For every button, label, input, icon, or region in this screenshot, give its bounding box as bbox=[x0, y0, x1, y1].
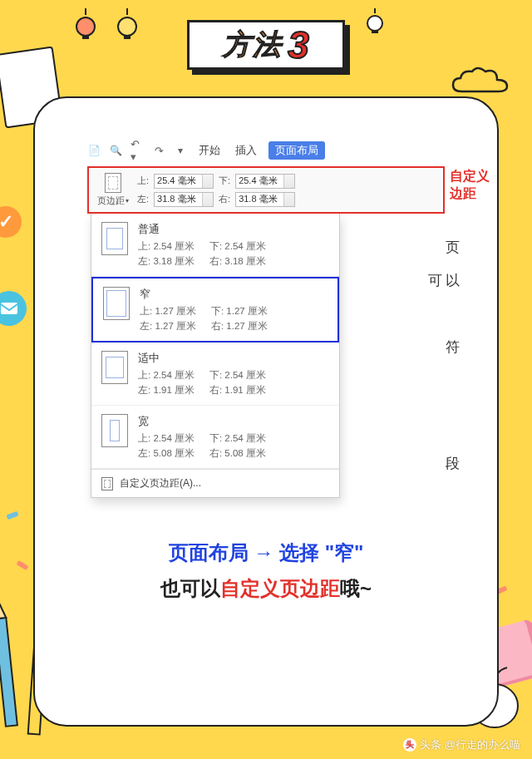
margin-presets-dropdown: 普通 上: 2.54 厘米下: 2.54 厘米 左: 3.18 厘米右: 3.1… bbox=[91, 214, 340, 498]
tab-page-layout[interactable]: 页面布局 bbox=[268, 141, 325, 160]
svg-point-1 bbox=[76, 17, 95, 36]
custom-margins-label: 自定义页边距(A)... bbox=[120, 476, 201, 490]
svg-marker-11 bbox=[0, 601, 6, 619]
page-margins-label: 页边距 bbox=[97, 195, 129, 207]
watermark-text: 头条 @行走的办么喵 bbox=[420, 737, 520, 752]
margin-bottom-label: 下: bbox=[219, 175, 230, 187]
caption-line2a: 也可以 bbox=[160, 577, 220, 599]
lightbulb-icon bbox=[366, 8, 384, 37]
preset-name: 普通 bbox=[138, 222, 266, 237]
tab-start[interactable]: 开始 bbox=[195, 141, 224, 160]
caption-line1b: "窄" bbox=[325, 541, 364, 564]
mail-icon bbox=[0, 291, 27, 326]
margin-right-input[interactable]: 31.8 毫米▴▾ bbox=[235, 192, 295, 207]
margin-top-label: 上: bbox=[137, 175, 149, 187]
margin-right-label: 右: bbox=[219, 193, 230, 205]
background-text: 可 以 bbox=[428, 271, 460, 290]
overflow-icon[interactable]: ▾ bbox=[174, 144, 187, 157]
watermark: 头 头条 @行走的办么喵 bbox=[403, 737, 520, 752]
lightbulb-icon bbox=[75, 8, 96, 42]
svg-rect-5 bbox=[124, 35, 131, 39]
print-preview-icon[interactable]: 🔍 bbox=[109, 144, 122, 157]
undo-icon[interactable]: ↶ ▾ bbox=[131, 144, 144, 157]
svg-point-7 bbox=[367, 16, 382, 31]
page-icon bbox=[101, 414, 128, 447]
svg-rect-2 bbox=[82, 35, 89, 39]
page-icon bbox=[105, 173, 121, 193]
svg-rect-10 bbox=[0, 618, 17, 727]
svg-rect-9 bbox=[1, 303, 17, 314]
annotation-custom-margins: 自定义 边距 bbox=[450, 168, 490, 203]
margin-left-label: 左: bbox=[137, 193, 149, 205]
svg-rect-8 bbox=[372, 30, 378, 33]
confetti bbox=[16, 560, 28, 570]
tab-insert[interactable]: 插入 bbox=[232, 141, 260, 160]
confetti bbox=[6, 511, 18, 520]
page-icon bbox=[101, 351, 128, 384]
title-text: 方法 bbox=[223, 26, 283, 64]
page-margins-button[interactable]: 页边距 bbox=[94, 171, 132, 209]
save-icon[interactable]: 📄 bbox=[87, 144, 101, 157]
title-badge: 方法 3 bbox=[187, 20, 345, 70]
custom-margins-menu-item[interactable]: 自定义页边距(A)... bbox=[91, 469, 339, 497]
margin-left-input[interactable]: 31.8 毫米▴▾ bbox=[154, 192, 214, 207]
checkmark-icon bbox=[0, 206, 22, 238]
watermark-icon: 头 bbox=[403, 738, 416, 752]
background-text: 页 bbox=[446, 238, 460, 257]
margin-top-input[interactable]: 25.4 毫米▴▾ bbox=[154, 174, 214, 189]
background-text: 符 bbox=[446, 338, 460, 357]
svg-point-4 bbox=[118, 17, 136, 36]
preset-option-wide[interactable]: 宽 上: 2.54 厘米下: 2.54 厘米 左: 5.08 厘米右: 5.08… bbox=[91, 406, 339, 469]
title-number: 3 bbox=[288, 22, 309, 67]
caption-line2c: 哦~ bbox=[340, 577, 372, 599]
content-card: 📄 🔍 ↶ ▾ ↷ ▾ 开始 插入 页面布局 页边距 上: 25.4 毫米▴▾ … bbox=[33, 96, 499, 727]
preset-option-narrow[interactable]: 窄 上: 1.27 厘米下: 1.27 厘米 左: 1.27 厘米右: 1.27… bbox=[91, 277, 339, 343]
caption-line2b: 自定义页边距 bbox=[220, 577, 340, 599]
caption-line1a: 页面布局 → 选择 bbox=[169, 541, 319, 564]
preset-option-normal[interactable]: 普通 上: 2.54 厘米下: 2.54 厘米 左: 3.18 厘米右: 3.1… bbox=[91, 214, 339, 277]
ribbon-bar: 📄 🔍 ↶ ▾ ↷ ▾ 开始 插入 页面布局 bbox=[87, 140, 445, 166]
preset-name: 宽 bbox=[138, 414, 266, 429]
screenshot-panel: 📄 🔍 ↶ ▾ ↷ ▾ 开始 插入 页面布局 页边距 上: 25.4 毫米▴▾ … bbox=[87, 140, 445, 498]
background-text: 段 bbox=[446, 454, 460, 473]
preset-name: 适中 bbox=[138, 351, 266, 366]
page-icon bbox=[101, 477, 113, 490]
preset-name: 窄 bbox=[140, 287, 268, 302]
margin-bottom-input[interactable]: 25.4 毫米▴▾ bbox=[235, 174, 295, 189]
margin-controls-highlight: 页边距 上: 25.4 毫米▴▾ 下: 25.4 毫米▴▾ 左: 31.8 毫米… bbox=[87, 166, 445, 214]
page-icon bbox=[103, 287, 130, 320]
redo-icon[interactable]: ↷ bbox=[152, 144, 165, 157]
page-icon bbox=[101, 222, 128, 255]
preset-option-moderate[interactable]: 适中 上: 2.54 厘米下: 2.54 厘米 左: 1.91 厘米右: 1.9… bbox=[91, 343, 339, 406]
lightbulb-icon bbox=[116, 8, 138, 42]
caption-text: 页面布局 → 选择 "窄" 也可以自定义页边距哦~ bbox=[55, 535, 477, 606]
